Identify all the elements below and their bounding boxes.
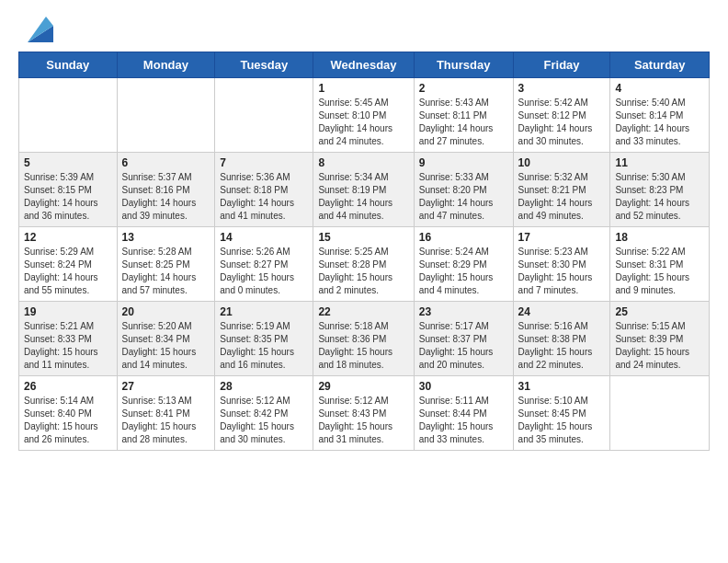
calendar-cell: 14Sunrise: 5:26 AM Sunset: 8:27 PM Dayli… [215, 227, 313, 302]
day-number: 18 [615, 231, 704, 244]
day-header-monday: Monday [117, 52, 215, 78]
calendar-cell: 20Sunrise: 5:20 AM Sunset: 8:34 PM Dayli… [117, 302, 215, 376]
day-info: Sunrise: 5:23 AM Sunset: 8:30 PM Dayligh… [518, 246, 606, 297]
calendar-cell [19, 78, 118, 153]
day-number: 1 [318, 82, 408, 95]
day-info: Sunrise: 5:29 AM Sunset: 8:24 PM Dayligh… [24, 246, 112, 297]
calendar-cell: 13Sunrise: 5:28 AM Sunset: 8:25 PM Dayli… [117, 227, 215, 302]
day-header-friday: Friday [513, 52, 610, 78]
calendar-cell: 7Sunrise: 5:36 AM Sunset: 8:18 PM Daylig… [215, 153, 313, 227]
calendar-cell: 10Sunrise: 5:32 AM Sunset: 8:21 PM Dayli… [513, 153, 610, 227]
day-info: Sunrise: 5:19 AM Sunset: 8:35 PM Dayligh… [220, 320, 308, 372]
day-number: 20 [122, 305, 210, 318]
day-info: Sunrise: 5:18 AM Sunset: 8:36 PM Dayligh… [318, 320, 408, 372]
header [0, 0, 728, 52]
calendar-cell: 27Sunrise: 5:13 AM Sunset: 8:41 PM Dayli… [117, 376, 215, 451]
day-number: 23 [419, 305, 508, 318]
day-info: Sunrise: 5:14 AM Sunset: 8:40 PM Dayligh… [24, 395, 112, 446]
day-header-saturday: Saturday [610, 52, 710, 78]
page-container: SundayMondayTuesdayWednesdayThursdayFrid… [0, 0, 728, 460]
day-number: 27 [122, 380, 210, 393]
day-number: 5 [24, 156, 112, 169]
day-info: Sunrise: 5:17 AM Sunset: 8:37 PM Dayligh… [419, 320, 508, 372]
calendar-cell [117, 78, 215, 153]
day-number: 28 [220, 380, 308, 393]
day-number: 10 [518, 156, 606, 169]
day-number: 25 [615, 305, 704, 318]
day-number: 30 [419, 380, 508, 393]
calendar-cell: 17Sunrise: 5:23 AM Sunset: 8:30 PM Dayli… [513, 227, 610, 302]
day-info: Sunrise: 5:37 AM Sunset: 8:16 PM Dayligh… [122, 171, 210, 223]
day-info: Sunrise: 5:15 AM Sunset: 8:39 PM Dayligh… [615, 320, 704, 372]
day-info: Sunrise: 5:21 AM Sunset: 8:33 PM Dayligh… [24, 320, 112, 372]
day-number: 16 [419, 231, 508, 244]
day-info: Sunrise: 5:20 AM Sunset: 8:34 PM Dayligh… [122, 320, 210, 372]
calendar-body: 1Sunrise: 5:45 AM Sunset: 8:10 PM Daylig… [19, 78, 710, 451]
calendar-cell: 18Sunrise: 5:22 AM Sunset: 8:31 PM Dayli… [610, 227, 710, 302]
day-number: 2 [419, 82, 508, 95]
calendar-cell [610, 376, 710, 451]
calendar-cell: 8Sunrise: 5:34 AM Sunset: 8:19 PM Daylig… [313, 153, 414, 227]
day-number: 4 [615, 82, 704, 95]
calendar-cell: 15Sunrise: 5:25 AM Sunset: 8:28 PM Dayli… [313, 227, 414, 302]
day-header-wednesday: Wednesday [313, 52, 414, 78]
calendar-cell: 9Sunrise: 5:33 AM Sunset: 8:20 PM Daylig… [414, 153, 513, 227]
day-info: Sunrise: 5:22 AM Sunset: 8:31 PM Dayligh… [615, 246, 704, 297]
calendar-cell: 12Sunrise: 5:29 AM Sunset: 8:24 PM Dayli… [19, 227, 118, 302]
day-info: Sunrise: 5:32 AM Sunset: 8:21 PM Dayligh… [518, 171, 606, 223]
calendar-cell: 2Sunrise: 5:43 AM Sunset: 8:11 PM Daylig… [414, 78, 513, 153]
day-header-tuesday: Tuesday [215, 52, 313, 78]
calendar-cell: 11Sunrise: 5:30 AM Sunset: 8:23 PM Dayli… [610, 153, 710, 227]
logo [22, 17, 53, 42]
day-info: Sunrise: 5:36 AM Sunset: 8:18 PM Dayligh… [220, 171, 308, 223]
day-info: Sunrise: 5:24 AM Sunset: 8:29 PM Dayligh… [419, 246, 508, 297]
calendar-wrapper: SundayMondayTuesdayWednesdayThursdayFrid… [0, 52, 728, 460]
day-info: Sunrise: 5:40 AM Sunset: 8:14 PM Dayligh… [615, 97, 704, 148]
day-info: Sunrise: 5:26 AM Sunset: 8:27 PM Dayligh… [220, 246, 308, 297]
day-header-sunday: Sunday [19, 52, 118, 78]
day-number: 13 [122, 231, 210, 244]
day-number: 31 [518, 380, 606, 393]
day-number: 19 [24, 305, 112, 318]
day-number: 21 [220, 305, 308, 318]
calendar-cell: 4Sunrise: 5:40 AM Sunset: 8:14 PM Daylig… [610, 78, 710, 153]
calendar-cell: 29Sunrise: 5:12 AM Sunset: 8:43 PM Dayli… [313, 376, 414, 451]
calendar-cell: 30Sunrise: 5:11 AM Sunset: 8:44 PM Dayli… [414, 376, 513, 451]
day-header-thursday: Thursday [414, 52, 513, 78]
calendar-cell: 31Sunrise: 5:10 AM Sunset: 8:45 PM Dayli… [513, 376, 610, 451]
day-number: 7 [220, 156, 308, 169]
day-info: Sunrise: 5:25 AM Sunset: 8:28 PM Dayligh… [318, 246, 408, 297]
calendar-cell: 3Sunrise: 5:42 AM Sunset: 8:12 PM Daylig… [513, 78, 610, 153]
day-number: 15 [318, 231, 408, 244]
week-row-4: 19Sunrise: 5:21 AM Sunset: 8:33 PM Dayli… [19, 302, 710, 376]
calendar-cell: 5Sunrise: 5:39 AM Sunset: 8:15 PM Daylig… [19, 153, 118, 227]
day-info: Sunrise: 5:12 AM Sunset: 8:43 PM Dayligh… [318, 395, 408, 446]
week-row-3: 12Sunrise: 5:29 AM Sunset: 8:24 PM Dayli… [19, 227, 710, 302]
calendar-table: SundayMondayTuesdayWednesdayThursdayFrid… [18, 52, 710, 451]
day-info: Sunrise: 5:34 AM Sunset: 8:19 PM Dayligh… [318, 171, 408, 223]
calendar-header: SundayMondayTuesdayWednesdayThursdayFrid… [19, 52, 710, 78]
calendar-cell: 1Sunrise: 5:45 AM Sunset: 8:10 PM Daylig… [313, 78, 414, 153]
day-number: 24 [518, 305, 606, 318]
header-row: SundayMondayTuesdayWednesdayThursdayFrid… [19, 52, 710, 78]
calendar-cell: 26Sunrise: 5:14 AM Sunset: 8:40 PM Dayli… [19, 376, 118, 451]
calendar-cell: 25Sunrise: 5:15 AM Sunset: 8:39 PM Dayli… [610, 302, 710, 376]
day-info: Sunrise: 5:33 AM Sunset: 8:20 PM Dayligh… [419, 171, 508, 223]
calendar-cell: 6Sunrise: 5:37 AM Sunset: 8:16 PM Daylig… [117, 153, 215, 227]
calendar-cell: 24Sunrise: 5:16 AM Sunset: 8:38 PM Dayli… [513, 302, 610, 376]
day-number: 12 [24, 231, 112, 244]
day-number: 8 [318, 156, 408, 169]
day-info: Sunrise: 5:45 AM Sunset: 8:10 PM Dayligh… [318, 97, 408, 148]
day-info: Sunrise: 5:42 AM Sunset: 8:12 PM Dayligh… [518, 97, 606, 148]
day-info: Sunrise: 5:11 AM Sunset: 8:44 PM Dayligh… [419, 395, 508, 446]
week-row-5: 26Sunrise: 5:14 AM Sunset: 8:40 PM Dayli… [19, 376, 710, 451]
day-info: Sunrise: 5:10 AM Sunset: 8:45 PM Dayligh… [518, 395, 606, 446]
calendar-cell: 22Sunrise: 5:18 AM Sunset: 8:36 PM Dayli… [313, 302, 414, 376]
calendar-cell: 21Sunrise: 5:19 AM Sunset: 8:35 PM Dayli… [215, 302, 313, 376]
day-info: Sunrise: 5:12 AM Sunset: 8:42 PM Dayligh… [220, 395, 308, 446]
calendar-cell: 28Sunrise: 5:12 AM Sunset: 8:42 PM Dayli… [215, 376, 313, 451]
day-info: Sunrise: 5:16 AM Sunset: 8:38 PM Dayligh… [518, 320, 606, 372]
day-number: 17 [518, 231, 606, 244]
calendar-cell: 23Sunrise: 5:17 AM Sunset: 8:37 PM Dayli… [414, 302, 513, 376]
day-number: 9 [419, 156, 508, 169]
